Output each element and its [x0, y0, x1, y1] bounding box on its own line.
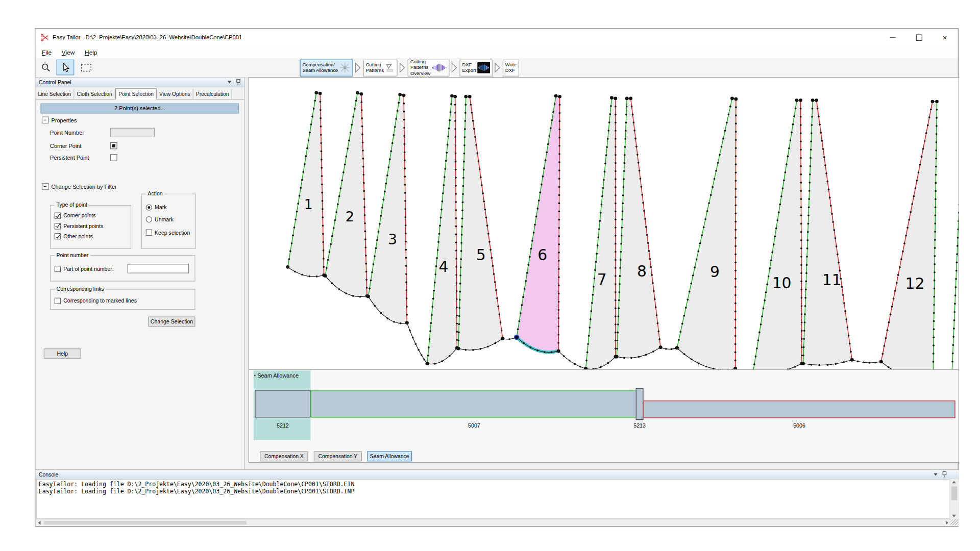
- scroll-right-icon[interactable]: [946, 521, 948, 524]
- panel-number: 6: [537, 246, 547, 264]
- select-tool-button[interactable]: [57, 60, 75, 76]
- seam-title-marker: [254, 375, 255, 376]
- keep-selection-option[interactable]: Keep selection: [146, 230, 190, 236]
- part-of-point-number-option[interactable]: Part of point number:: [55, 266, 114, 272]
- corner-point-checkbox[interactable]: [110, 142, 117, 149]
- tab-view-options[interactable]: View Options: [157, 89, 193, 99]
- sail-panel-12[interactable]: 12: [879, 100, 939, 370]
- panel-link-curve: [659, 345, 679, 350]
- properties-expander[interactable]: Properties: [42, 117, 77, 124]
- selection-banner: 2 Point(s) selected...: [40, 104, 239, 114]
- workflow-dxf-export-button[interactable]: DXF Export: [459, 59, 493, 76]
- menu-bar: FileViewHelp: [36, 46, 958, 59]
- seam-tab-compensation-x[interactable]: Compensation X: [260, 452, 308, 462]
- filter-option-corner-points[interactable]: Corner points: [55, 213, 96, 219]
- seam-segment-5212[interactable]: [255, 390, 310, 417]
- point-number-input[interactable]: [110, 128, 155, 137]
- corresponding-links-option[interactable]: Corresponding to marked lines: [55, 298, 137, 304]
- tab-line-selection[interactable]: Line Selection: [36, 89, 75, 99]
- console-output[interactable]: EasyTailor: Loading file D:\2_Projekte\E…: [36, 479, 950, 519]
- collapse-icon[interactable]: [42, 117, 49, 124]
- console-horizontal-scrollbar[interactable]: [36, 519, 950, 525]
- control-panel-header: Control Panel: [36, 78, 244, 87]
- checkbox[interactable]: [55, 233, 61, 239]
- workflow-cutting-patterns-overview-button[interactable]: Cutting Patterns Overview: [408, 59, 450, 76]
- menu-view[interactable]: View: [57, 47, 80, 58]
- point-number-group: Point number Part of point number:: [50, 255, 195, 282]
- scrollbar-thumb[interactable]: [951, 486, 957, 500]
- pin-icon[interactable]: [942, 471, 947, 478]
- type-of-point-group: Type of point Corner pointsPersistent po…: [50, 205, 131, 249]
- sail-panel-2[interactable]: 2: [324, 91, 369, 298]
- action-mark-option[interactable]: Mark: [146, 205, 167, 211]
- dxf-export-icon: [477, 62, 490, 73]
- filter-header: Change Selection by Filter: [52, 183, 117, 189]
- group-label: Point number: [55, 252, 90, 258]
- zoom-tool-button[interactable]: [37, 60, 55, 76]
- pattern-canvas[interactable]: 123456789101112: [249, 78, 959, 370]
- workflow-arrow-icon: [495, 61, 501, 74]
- collapse-icon[interactable]: [42, 183, 49, 190]
- keep-selection-checkbox[interactable]: [146, 230, 152, 236]
- scrollbar-thumb[interactable]: [44, 521, 247, 524]
- tab-point-selection[interactable]: Point Selection: [115, 88, 157, 99]
- persistent-point-checkbox[interactable]: [110, 154, 117, 161]
- seam-tab-seam-allowance[interactable]: Seam Allowance: [367, 452, 412, 462]
- part-of-point-number-input[interactable]: [128, 264, 189, 273]
- drawing-area: 123456789101112 Seam Allowance 521250075…: [249, 77, 959, 463]
- label: Corresponding to marked lines: [63, 298, 137, 304]
- panel-link-curve: [557, 349, 587, 370]
- sail-panel-1[interactable]: 1: [286, 91, 325, 278]
- filter-expander[interactable]: Change Selection by Filter: [42, 183, 117, 190]
- chevron-down-icon[interactable]: [228, 81, 231, 84]
- sail-panel-5[interactable]: 5: [457, 95, 505, 351]
- change-selection-button[interactable]: Change Selection: [149, 316, 195, 327]
- seam-segment-5007[interactable]: [311, 390, 638, 417]
- scroll-up-icon[interactable]: [952, 481, 955, 483]
- workflow-write-dxf-button[interactable]: Write DXF: [503, 59, 519, 76]
- seam-segment-5213[interactable]: [636, 388, 644, 420]
- part-of-point-number-checkbox[interactable]: [55, 266, 61, 272]
- tab-cloth-selection[interactable]: Cloth Selection: [74, 89, 115, 99]
- sail-panel-10[interactable]: 10: [751, 98, 803, 370]
- checkbox[interactable]: [55, 213, 61, 219]
- filter-option-persistent-points[interactable]: Persistent points: [55, 223, 103, 229]
- corresponding-links-group: Corresponding links Corresponding to mar…: [50, 289, 195, 310]
- resize-grip[interactable]: [950, 519, 959, 525]
- scroll-left-icon[interactable]: [38, 521, 41, 524]
- filter-option-other-points[interactable]: Other points: [55, 233, 93, 239]
- console-line: EasyTailor: Loading file D:\2_Projekte\E…: [37, 481, 949, 488]
- seam-tab-compensation-y[interactable]: Compensation Y: [314, 452, 362, 462]
- corresponding-links-checkbox[interactable]: [55, 298, 61, 304]
- help-button[interactable]: Help: [44, 348, 81, 359]
- chevron-down-icon[interactable]: [934, 473, 937, 476]
- pin-icon[interactable]: [236, 79, 241, 85]
- sail-panel-6[interactable]: 6: [514, 94, 561, 354]
- radio[interactable]: [146, 205, 152, 211]
- menu-file[interactable]: File: [37, 47, 57, 58]
- checkbox[interactable]: [55, 223, 61, 229]
- sail-panel-3[interactable]: 3: [366, 93, 408, 324]
- radio[interactable]: [146, 216, 152, 222]
- label: Other points: [63, 233, 93, 239]
- workflow-compensation-seam-allowance-button[interactable]: Compensation/ Seam Allowance: [300, 59, 353, 76]
- magnifier-icon: [40, 62, 52, 72]
- maximize-button[interactable]: [906, 29, 932, 46]
- sail-panel-8[interactable]: 8: [615, 97, 662, 359]
- action-unmark-option[interactable]: Unmark: [146, 216, 174, 222]
- scroll-down-icon[interactable]: [952, 515, 955, 517]
- seam-segment-5006[interactable]: [644, 400, 955, 418]
- close-button[interactable]: ×: [932, 29, 958, 46]
- sail-panel-9[interactable]: 9: [675, 97, 738, 370]
- workflow-cutting-patterns-button[interactable]: Cutting Patterns: [363, 59, 398, 76]
- sail-panel-4[interactable]: 4: [426, 94, 459, 365]
- tab-precalculation[interactable]: Precalculation: [193, 89, 232, 99]
- minimize-button[interactable]: [880, 29, 906, 46]
- panel-number: 12: [905, 275, 924, 293]
- scissors-icon: [40, 34, 48, 41]
- console-vertical-scrollbar[interactable]: [949, 479, 958, 519]
- sail-panel-11[interactable]: 11: [801, 98, 853, 366]
- sail-panel-7[interactable]: 7: [584, 96, 617, 370]
- marquee-tool-button[interactable]: [78, 60, 95, 76]
- menu-help[interactable]: Help: [80, 47, 102, 58]
